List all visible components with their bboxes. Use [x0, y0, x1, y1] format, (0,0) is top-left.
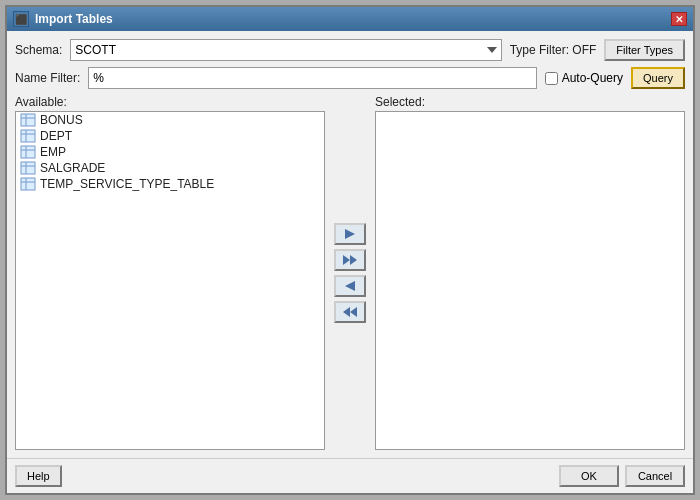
- title-bar-left: ⬛ Import Tables: [13, 11, 113, 27]
- list-item[interactable]: SALGRADE: [16, 160, 324, 176]
- move-all-right-button[interactable]: [334, 249, 366, 271]
- selected-list[interactable]: [375, 111, 685, 450]
- auto-query-checkbox[interactable]: [545, 72, 558, 85]
- table-icon: [20, 113, 36, 127]
- title-bar: ⬛ Import Tables ✕: [7, 7, 693, 31]
- svg-rect-0: [21, 114, 35, 126]
- table-icon: [20, 145, 36, 159]
- svg-rect-3: [21, 130, 35, 142]
- ok-button[interactable]: OK: [559, 465, 619, 487]
- name-filter-input[interactable]: [88, 67, 536, 89]
- list-item[interactable]: DEPT: [16, 128, 324, 144]
- close-button[interactable]: ✕: [671, 12, 687, 26]
- svg-marker-19: [343, 307, 350, 317]
- dialog-icon: ⬛: [13, 11, 29, 27]
- name-filter-row: Name Filter: Auto-Query Query: [15, 67, 685, 89]
- svg-marker-20: [350, 307, 357, 317]
- svg-rect-6: [21, 146, 35, 158]
- available-list[interactable]: BONUS DEPT: [15, 111, 325, 450]
- arrows-panel: [325, 95, 375, 450]
- svg-marker-18: [345, 281, 355, 291]
- schema-row: Schema: SCOTT Type Filter: OFF Filter Ty…: [15, 39, 685, 61]
- move-all-left-button[interactable]: [334, 301, 366, 323]
- move-left-button[interactable]: [334, 275, 366, 297]
- svg-marker-15: [345, 229, 355, 239]
- name-filter-label: Name Filter:: [15, 71, 80, 85]
- list-item[interactable]: EMP: [16, 144, 324, 160]
- footer-right: OK Cancel: [559, 465, 685, 487]
- dialog-content: Schema: SCOTT Type Filter: OFF Filter Ty…: [7, 31, 693, 458]
- available-title: Available:: [15, 95, 325, 109]
- schema-select[interactable]: SCOTT: [70, 39, 501, 61]
- type-filter-label: Type Filter: OFF: [510, 43, 597, 57]
- cancel-button[interactable]: Cancel: [625, 465, 685, 487]
- svg-marker-16: [343, 255, 350, 265]
- svg-marker-17: [350, 255, 357, 265]
- selected-panel: Selected:: [375, 95, 685, 450]
- dialog-title: Import Tables: [35, 12, 113, 26]
- dialog-footer: Help OK Cancel: [7, 458, 693, 493]
- table-icon: [20, 177, 36, 191]
- list-item[interactable]: BONUS: [16, 112, 324, 128]
- help-button[interactable]: Help: [15, 465, 62, 487]
- selected-title: Selected:: [375, 95, 685, 109]
- query-button[interactable]: Query: [631, 67, 685, 89]
- schema-label: Schema:: [15, 43, 62, 57]
- table-icon: [20, 129, 36, 143]
- table-icon: [20, 161, 36, 175]
- list-item[interactable]: TEMP_SERVICE_TYPE_TABLE: [16, 176, 324, 192]
- available-panel: Available: BONUS: [15, 95, 325, 450]
- auto-query-label: Auto-Query: [545, 71, 623, 85]
- filter-types-button[interactable]: Filter Types: [604, 39, 685, 61]
- svg-rect-12: [21, 178, 35, 190]
- svg-rect-9: [21, 162, 35, 174]
- move-right-button[interactable]: [334, 223, 366, 245]
- lists-area: Available: BONUS: [15, 95, 685, 450]
- import-tables-dialog: ⬛ Import Tables ✕ Schema: SCOTT Type Fil…: [5, 5, 695, 495]
